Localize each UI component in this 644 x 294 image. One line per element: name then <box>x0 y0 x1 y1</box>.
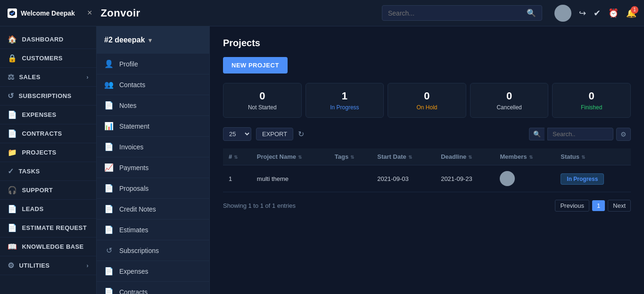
subscriptions-icon: ↺ <box>8 91 14 100</box>
sidebar-label-estimate: ESTIMATE REQUEST <box>22 224 87 231</box>
avatar[interactable] <box>554 5 571 22</box>
topnav-actions: ↪ ✔ ⏰ 🔔 1 <box>554 5 636 22</box>
check-icon[interactable]: ✔ <box>594 8 601 18</box>
customer-menu-contracts[interactable]: 📄 Contracts <box>97 282 209 294</box>
sort-icon-7: ⇅ <box>581 155 585 160</box>
customer-menu-invoices[interactable]: 📄 Invoices <box>97 137 209 157</box>
cell-start-date: 2021-09-03 <box>372 165 435 192</box>
sales-icon: ⚖ <box>8 73 14 82</box>
col-num: #⇅ <box>223 148 251 165</box>
share-icon[interactable]: ↪ <box>579 8 586 18</box>
table-search-icon[interactable]: 🔍 <box>529 128 545 140</box>
sidebar-item-support[interactable]: 🎧 SUPPORT <box>0 181 96 200</box>
leads-icon: 📄 <box>8 204 17 213</box>
customer-menu-notes[interactable]: 📄 Notes <box>97 95 209 116</box>
customer-header[interactable]: #2 deeepak ▾ <box>97 26 209 54</box>
customer-menu-proposals[interactable]: 📄 Proposals <box>97 178 209 199</box>
sidebar-item-knowledge-base[interactable]: 📖 KNOWLEDGE BASE <box>0 237 96 256</box>
finished-label: Finished <box>558 104 625 111</box>
menu-label-profile: Profile <box>119 60 138 68</box>
status-card-in-progress[interactable]: 1 In Progress <box>305 83 384 118</box>
topnav: Welcome Deepak × Zonvoir 🔍 ↪ ✔ ⏰ 🔔 1 <box>0 0 644 26</box>
status-card-finished[interactable]: 0 Finished <box>552 83 631 118</box>
status-cards: 0 Not Started 1 In Progress 0 On Hold 0 … <box>223 83 631 118</box>
clock-icon[interactable]: ⏰ <box>608 8 619 18</box>
in-progress-count: 1 <box>312 90 378 102</box>
payments-icon: 📈 <box>104 163 114 172</box>
cell-deadline: 2021-09-23 <box>435 165 494 192</box>
sidebar-label-support: SUPPORT <box>22 187 53 194</box>
cell-status: In Progress <box>555 165 631 192</box>
col-start-date: Start Date⇅ <box>372 148 435 165</box>
prev-button[interactable]: Previous <box>555 200 589 212</box>
expenses-icon: 📄 <box>8 110 17 119</box>
customer-menu-expenses[interactable]: 📄 Expenses <box>97 261 209 282</box>
sidebar-label-leads: LEADS <box>22 205 43 212</box>
search-input[interactable] <box>388 9 523 17</box>
finished-count: 0 <box>558 90 625 102</box>
cell-tags <box>329 165 372 192</box>
customer-menu-statement[interactable]: 📊 Statement <box>97 116 209 137</box>
notifications[interactable]: 🔔 1 <box>626 8 636 18</box>
profile-icon: 👤 <box>104 59 114 68</box>
tasks-icon: ✓ <box>8 167 14 176</box>
search-icon: 🔍 <box>527 8 536 17</box>
sidebar-item-customers[interactable]: 🔒 CUSTOMERS <box>0 49 96 68</box>
settings-button[interactable]: ⚙ <box>616 128 631 141</box>
customer-menu-subscriptions[interactable]: ↺ Subscriptions <box>97 240 209 261</box>
sidebar-item-dashboard[interactable]: 🏠 DASHBOARD <box>0 30 96 49</box>
sidebar-item-expenses[interactable]: 📄 EXPENSES <box>0 106 96 124</box>
sidebar-item-sales[interactable]: ⚖ SALES › <box>0 68 96 87</box>
sidebar-label-expenses: EXPENSES <box>22 111 56 118</box>
table-search-input[interactable] <box>547 128 613 140</box>
sort-icon-2: ⇅ <box>298 155 302 160</box>
projects-table: #⇅ Project Name⇅ Tags⇅ Start Date⇅ Deadl… <box>223 148 631 192</box>
sidebar-item-tasks[interactable]: ✓ TASKS <box>0 162 96 181</box>
customer-menu-contacts[interactable]: 👥 Contacts <box>97 74 209 95</box>
customer-menu-payments[interactable]: 📈 Payments <box>97 157 209 178</box>
sidebar-item-projects[interactable]: 📁 PROJECTS <box>0 143 96 162</box>
on-hold-label: On Hold <box>394 104 460 111</box>
per-page-select[interactable]: 25 50 100 <box>223 127 251 141</box>
global-search[interactable]: 🔍 <box>382 5 542 21</box>
new-project-button[interactable]: NEW PROJECT <box>223 57 288 74</box>
menu-label-subs: Subscriptions <box>119 247 159 254</box>
page-number[interactable]: 1 <box>592 200 605 211</box>
app-name: Zonvoir <box>100 7 140 19</box>
on-hold-count: 0 <box>394 90 460 102</box>
sidebar-item-utilities[interactable]: ⚙ UTILITIES › <box>0 256 96 275</box>
not-started-label: Not Started <box>229 104 296 111</box>
sidebar-label-contracts: CONTRACTS <box>22 130 62 137</box>
refresh-button[interactable]: ↻ <box>298 130 304 139</box>
sidebar-item-leads[interactable]: 📄 LEADS <box>0 200 96 219</box>
table-row[interactable]: 1 multi theme 2021-09-03 2021-09-23 In P… <box>223 165 631 192</box>
close-icon[interactable]: × <box>87 8 92 18</box>
next-button[interactable]: Next <box>608 200 631 212</box>
status-card-cancelled[interactable]: 0 Cancelled <box>470 83 549 118</box>
sidebar-item-subscriptions[interactable]: ↺ SUBSCRIPTIONS <box>0 87 96 106</box>
notes-icon: 📄 <box>104 101 114 110</box>
export-button[interactable]: EXPORT <box>256 128 293 140</box>
sidebar-label-tasks: TASKS <box>18 168 40 175</box>
cell-members <box>494 165 555 192</box>
customer-menu-estimates[interactable]: 📄 Estimates <box>97 220 209 240</box>
main-layout: 🏠 DASHBOARD 🔒 CUSTOMERS ⚖ SALES › ↺ SUBS… <box>0 26 644 294</box>
menu-label-contacts: Contacts <box>119 81 145 89</box>
status-card-on-hold[interactable]: 0 On Hold <box>388 83 466 118</box>
exp-icon: 📄 <box>104 267 114 276</box>
sidebar-item-contracts[interactable]: 📄 CONTRACTS <box>0 124 96 143</box>
col-members: Members⇅ <box>494 148 555 165</box>
showing-label: Showing 1 to 1 of 1 entries <box>223 202 296 209</box>
col-project-name: Project Name⇅ <box>251 148 329 165</box>
sidebar-label-dashboard: DASHBOARD <box>22 36 63 43</box>
status-card-not-started[interactable]: 0 Not Started <box>223 83 302 118</box>
sidebar-label-projects: PROJECTS <box>22 149 56 156</box>
customer-panel: #2 deeepak ▾ 👤 Profile 👥 Contacts 📄 Note… <box>97 26 210 294</box>
cancelled-label: Cancelled <box>476 104 543 111</box>
page-title: Projects <box>223 38 631 49</box>
customer-menu-profile[interactable]: 👤 Profile <box>97 54 209 74</box>
proposals-icon: 📄 <box>104 184 114 193</box>
sidebar-item-estimate-request[interactable]: 📄 ESTIMATE REQUEST <box>0 219 96 237</box>
customer-menu-credit-notes[interactable]: 📄 Credit Notes <box>97 199 209 220</box>
brand-icon <box>8 8 17 18</box>
